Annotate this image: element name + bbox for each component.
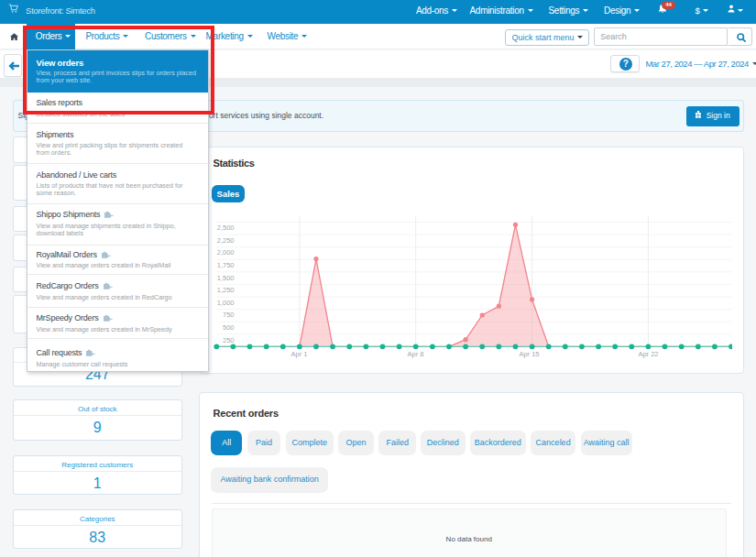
svg-text:2,250: 2,250: [216, 236, 234, 245]
svg-text:1,000: 1,000: [216, 299, 234, 307]
svg-text:1,250: 1,250: [216, 286, 234, 294]
svg-text:250: 250: [222, 336, 234, 344]
svg-text:1,500: 1,500: [216, 274, 234, 282]
svg-text:Apr 15: Apr 15: [519, 350, 539, 358]
svg-text:2,000: 2,000: [216, 248, 234, 257]
svg-text:Apr 8: Apr 8: [407, 350, 423, 358]
svg-text:500: 500: [222, 323, 234, 332]
svg-text:Apr 22: Apr 22: [638, 350, 658, 358]
svg-text:1,750: 1,750: [216, 261, 234, 269]
svg-text:Apr 1: Apr 1: [290, 350, 307, 358]
svg-text:750: 750: [222, 311, 234, 319]
svg-text:2,500: 2,500: [216, 224, 234, 232]
